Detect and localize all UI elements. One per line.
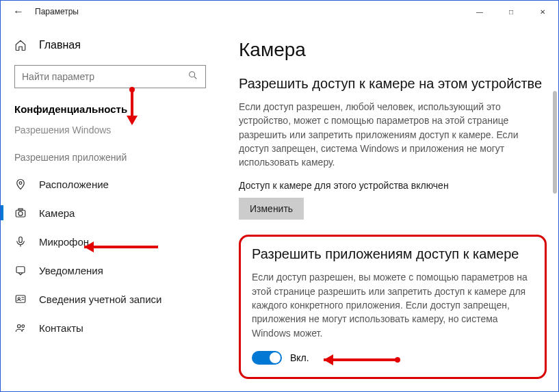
section2-title: Разрешить приложениям доступ к камере (252, 246, 534, 262)
search-input[interactable] (22, 71, 187, 82)
svg-point-9 (18, 298, 20, 300)
allow-apps-toggle[interactable] (252, 351, 282, 365)
svg-rect-7 (16, 267, 25, 273)
sidebar-item-microphone[interactable]: Микрофон (1, 227, 220, 256)
sidebar-item-label: Контакты (39, 322, 83, 334)
location-icon (14, 178, 28, 190)
minimize-button[interactable]: — (464, 1, 495, 23)
sidebar-item-label: Сведения учетной записи (39, 293, 162, 305)
sidebar-item-camera[interactable]: Камера (1, 198, 220, 227)
page-title: Камера (239, 39, 551, 61)
subcategory-label: Разрешения Windows (1, 120, 220, 146)
change-button[interactable]: Изменить (239, 198, 304, 220)
home-link[interactable]: Главная (1, 32, 220, 58)
home-label: Главная (39, 39, 81, 51)
search-input-wrapper[interactable] (14, 65, 206, 88)
home-icon (14, 39, 28, 51)
account-info-icon (14, 293, 28, 305)
svg-rect-5 (18, 209, 23, 210)
svg-line-1 (194, 77, 196, 79)
sidebar-item-location[interactable]: Расположение (1, 170, 220, 198)
section2-body: Если доступ разрешен, вы можете с помощь… (252, 270, 534, 339)
contacts-icon (14, 322, 28, 334)
sidebar-item-contacts[interactable]: Контакты (1, 313, 220, 342)
section1-title: Разрешить доступ к камере на этом устрой… (239, 76, 551, 92)
category-label: Конфиденциальность (1, 98, 220, 120)
notifications-icon (14, 264, 28, 276)
camera-icon (14, 207, 28, 219)
sidebar-item-account-info[interactable]: Сведения учетной записи (1, 285, 220, 313)
annotation-highlight-box: Разрешить приложениям доступ к камере Ес… (239, 235, 547, 378)
sidebar-item-label: Камера (39, 207, 75, 219)
section1-body: Если доступ разрешен, любой человек, исп… (239, 100, 533, 169)
sidebar: Главная Конфиденциальность Разрешения Wi… (1, 23, 220, 391)
toggle-state-label: Вкл. (290, 352, 309, 363)
search-icon (187, 70, 198, 83)
microphone-icon (14, 235, 28, 248)
svg-rect-8 (16, 296, 25, 303)
maximize-button[interactable]: □ (495, 1, 527, 23)
svg-point-4 (18, 211, 23, 215)
window-title: Параметры (35, 7, 79, 16)
sidebar-item-label: Микрофон (39, 236, 89, 248)
titlebar: ← Параметры — □ ✕ (1, 1, 558, 23)
back-button[interactable]: ← (5, 1, 32, 23)
svg-point-10 (18, 325, 21, 328)
main-content: Камера Разрешить доступ к камере на этом… (220, 23, 558, 391)
svg-rect-6 (19, 237, 23, 242)
sidebar-item-label: Уведомления (39, 265, 103, 276)
scrollbar-thumb[interactable] (553, 91, 557, 194)
sidebar-item-notifications[interactable]: Уведомления (1, 256, 220, 285)
svg-point-11 (22, 325, 25, 328)
sidebar-item-label: Расположение (39, 179, 109, 190)
svg-point-0 (190, 72, 195, 77)
close-button[interactable]: ✕ (527, 1, 558, 23)
device-access-status: Доступ к камере для этого устройства вкл… (239, 180, 551, 191)
svg-point-2 (19, 182, 22, 185)
section-label: Разрешения приложений (1, 146, 220, 170)
